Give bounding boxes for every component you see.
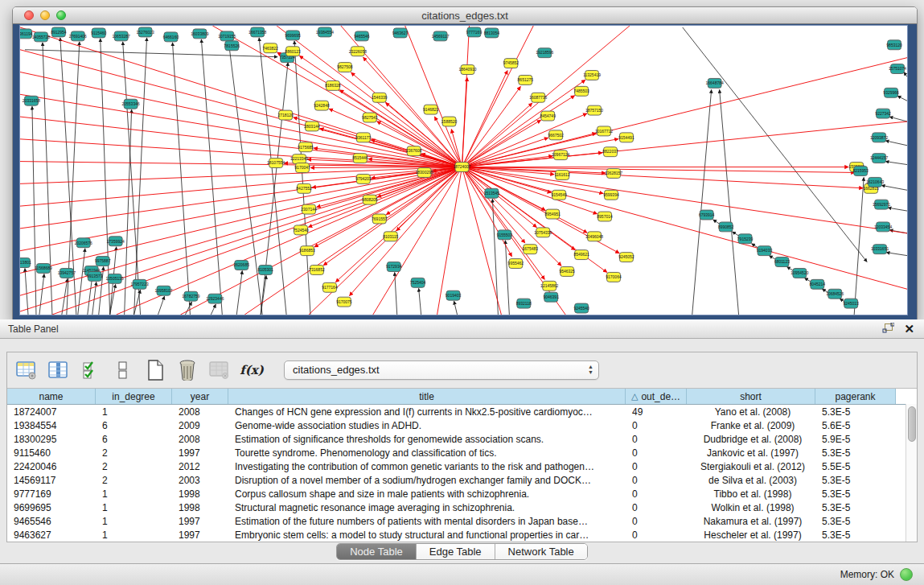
table-cell[interactable]: 5.5E-5 bbox=[815, 461, 896, 472]
hub-edge[interactable] bbox=[462, 167, 598, 214]
hub-edge[interactable] bbox=[20, 50, 462, 167]
hub-edge[interactable] bbox=[462, 167, 545, 280]
hub-edge[interactable] bbox=[462, 58, 907, 167]
table-cell[interactable]: 1 bbox=[96, 516, 172, 527]
citation-edge[interactable] bbox=[123, 42, 141, 315]
table-cell[interactable]: 2 bbox=[96, 447, 172, 459]
table-cell[interactable]: Corpus callosum shape and size in male p… bbox=[228, 488, 626, 500]
table-cell[interactable]: 1997 bbox=[172, 447, 228, 459]
table-cell[interactable]: 1 bbox=[96, 406, 172, 418]
citation-edge[interactable] bbox=[110, 284, 116, 315]
close-panel-icon[interactable]: ✕ bbox=[904, 323, 914, 335]
citation-edge[interactable] bbox=[25, 50, 277, 57]
hub-edge[interactable] bbox=[20, 167, 462, 274]
table-cell[interactable]: 5.3E-5 bbox=[815, 475, 896, 486]
column-header-name[interactable]: name bbox=[7, 389, 96, 404]
table-cell[interactable]: Franke et al. (2009) bbox=[687, 420, 815, 431]
table-cell[interactable]: Wolkin et al. (1998) bbox=[687, 502, 815, 513]
table-mode-settings-icon[interactable] bbox=[15, 359, 38, 381]
table-cell[interactable]: Embryonic stem cells: a model to study s… bbox=[228, 529, 626, 541]
table-cell[interactable]: 18300295 bbox=[7, 434, 96, 445]
table-cell[interactable]: 0 bbox=[626, 516, 687, 527]
minimize-window-button[interactable] bbox=[40, 10, 50, 20]
table-cell[interactable]: 5.6E-5 bbox=[815, 420, 896, 431]
table-cell[interactable]: 0 bbox=[626, 488, 687, 500]
citation-edge[interactable] bbox=[211, 304, 216, 315]
column-header-year[interactable]: year bbox=[172, 389, 228, 404]
table-cell[interactable]: 9777169 bbox=[7, 488, 96, 500]
table-cell[interactable]: 0 bbox=[626, 447, 687, 459]
table-cell[interactable]: 18724007 bbox=[7, 406, 96, 418]
table-cell[interactable]: Structural magnetic resonance image aver… bbox=[228, 502, 626, 513]
table-cell[interactable]: 2 bbox=[96, 475, 172, 486]
table-cell[interactable]: Investigating the contribution of common… bbox=[228, 461, 626, 472]
column-visibility-icon[interactable] bbox=[47, 359, 70, 381]
table-row[interactable]: 946362711997Embryonic stem cells: a mode… bbox=[7, 528, 917, 542]
table-cell[interactable]: 2 bbox=[96, 461, 172, 472]
table-cell[interactable]: 9115460 bbox=[7, 447, 96, 459]
table-cell[interactable]: 0 bbox=[626, 529, 687, 541]
column-select-icon[interactable] bbox=[80, 359, 102, 381]
citation-edge[interactable] bbox=[885, 141, 907, 146]
table-cell[interactable]: 1 bbox=[96, 502, 172, 513]
citation-edge[interactable] bbox=[885, 162, 907, 165]
citation-edge[interactable] bbox=[881, 185, 907, 190]
citation-edge[interactable] bbox=[683, 27, 867, 262]
hub-edge[interactable] bbox=[244, 167, 462, 315]
citation-edge[interactable] bbox=[854, 177, 864, 315]
citation-edge[interactable] bbox=[236, 270, 242, 315]
float-panel-icon[interactable] bbox=[882, 322, 894, 336]
hub-edge[interactable] bbox=[212, 26, 462, 167]
citation-edge[interactable] bbox=[39, 274, 44, 315]
table-cell[interactable]: 0 bbox=[626, 502, 687, 513]
citation-edge[interactable] bbox=[888, 208, 907, 211]
citation-edge[interactable] bbox=[43, 43, 52, 315]
table-row[interactable]: 1456911722003Disruption of a novel membe… bbox=[7, 473, 917, 487]
table-cell[interactable]: 1998 bbox=[172, 488, 228, 500]
table-cell[interactable]: 9699695 bbox=[7, 502, 96, 513]
table-cell[interactable]: 49 bbox=[626, 406, 687, 418]
table-cell[interactable]: 0 bbox=[626, 420, 687, 431]
citation-edge[interactable] bbox=[185, 302, 191, 315]
table-cell[interactable]: Nakamura et al. (1997) bbox=[687, 516, 815, 527]
table-cell[interactable]: 9463627 bbox=[7, 529, 96, 541]
citation-edge[interactable] bbox=[261, 63, 288, 315]
citation-edge[interactable] bbox=[88, 276, 92, 315]
column-header-title[interactable]: title bbox=[228, 389, 626, 404]
table-cell[interactable]: 9465546 bbox=[7, 516, 96, 527]
table-row[interactable]: 1938455462009Genome-wide association stu… bbox=[7, 418, 917, 432]
table-cell[interactable]: Estimation of significance thresholds fo… bbox=[228, 434, 626, 445]
table-cell[interactable]: 5.3E-5 bbox=[815, 529, 896, 541]
table-cell[interactable]: Genome-wide association studies in ADHD. bbox=[228, 420, 626, 431]
tab-edge-table[interactable]: Edge Table bbox=[417, 544, 495, 559]
table-cell[interactable]: 5.3E-5 bbox=[815, 488, 896, 500]
delete-column-icon[interactable] bbox=[176, 359, 199, 381]
hub-edge[interactable] bbox=[462, 103, 532, 167]
citation-edge[interactable] bbox=[134, 38, 147, 315]
table-cell[interactable]: Yano et al. (2008) bbox=[687, 406, 815, 418]
scrollbar-thumb[interactable] bbox=[908, 406, 916, 442]
table-cell[interactable]: 2008 bbox=[172, 406, 228, 418]
table-cell[interactable]: Tourette syndrome. Phenomenology and cla… bbox=[228, 447, 626, 459]
hub-edge[interactable] bbox=[180, 167, 462, 315]
table-cell[interactable]: Changes of HCN gene expression and I(f) … bbox=[228, 406, 626, 418]
table-cell[interactable]: 0 bbox=[626, 475, 687, 486]
table-row[interactable]: 1830029562008Estimation of significance … bbox=[7, 432, 917, 446]
table-row[interactable]: 977716911998Corpus callosum shape and si… bbox=[7, 487, 917, 501]
hub-edge[interactable] bbox=[462, 167, 525, 243]
citation-edge[interactable] bbox=[158, 296, 165, 315]
table-cell[interactable]: 2009 bbox=[172, 420, 228, 431]
table-cell[interactable]: Dudbridge et al. (2008) bbox=[687, 434, 815, 445]
citation-edge[interactable] bbox=[32, 106, 36, 315]
table-cell[interactable]: 1 bbox=[96, 488, 172, 500]
column-header-in_degree[interactable]: in_degree bbox=[96, 389, 172, 404]
table-cell[interactable]: 5.9E-5 bbox=[815, 434, 896, 445]
column-header-out_de[interactable]: △out_de… bbox=[626, 389, 687, 404]
table-cell[interactable]: 2008 bbox=[172, 434, 228, 445]
table-selector-dropdown[interactable]: citations_edges.txt ▲▼ bbox=[284, 360, 599, 380]
table-cell[interactable]: 6 bbox=[96, 420, 172, 431]
citation-edge[interactable] bbox=[261, 275, 266, 315]
function-builder-icon[interactable]: f(x) bbox=[240, 359, 263, 381]
citation-edge[interactable] bbox=[886, 253, 907, 256]
table-cell[interactable]: 1997 bbox=[172, 529, 228, 541]
